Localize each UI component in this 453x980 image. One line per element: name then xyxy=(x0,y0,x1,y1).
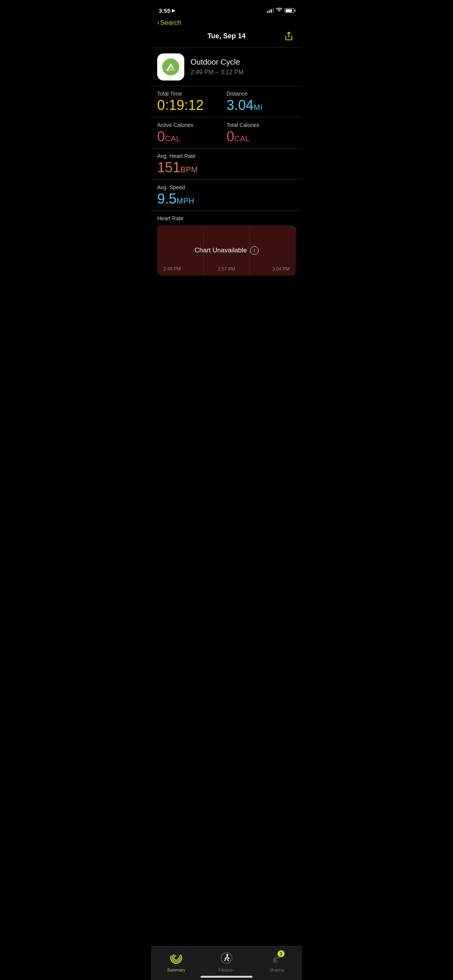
distance-value: 3.04MI xyxy=(226,98,296,112)
back-chevron-icon: ‹ xyxy=(157,19,160,27)
share-icon xyxy=(284,31,293,41)
workout-name: Outdoor Cycle xyxy=(190,58,296,67)
chart-time-label-1: 2:49 PM xyxy=(163,266,181,272)
back-button[interactable]: ‹ Search xyxy=(157,19,181,27)
nav-back: ‹ Search xyxy=(151,17,302,28)
total-cal-label: Total Calories xyxy=(226,122,296,128)
komoot-logo xyxy=(161,57,180,77)
stat-avg-heart-rate: Avg. Heart Rate 151BPM xyxy=(151,148,302,179)
heart-rate-value: 151BPM xyxy=(157,161,296,175)
heart-rate-label: Avg. Heart Rate xyxy=(157,153,296,159)
active-cal-label: Active Calories xyxy=(157,122,226,128)
page-title: Tue, Sep 14 xyxy=(171,32,282,40)
share-button[interactable] xyxy=(282,29,296,43)
workout-time-range: 2:49 PM – 3:12 PM xyxy=(190,69,296,76)
total-time-value: 0:19:12 xyxy=(157,98,226,112)
stat-total-time: Total Time 0:19:12 xyxy=(157,91,226,112)
stat-distance: Distance 3.04MI xyxy=(226,91,296,112)
battery-icon xyxy=(285,8,294,13)
chart-unavailable-message: Chart Unavailable i xyxy=(194,246,258,255)
signal-bars-icon xyxy=(267,8,274,13)
stat-total-cal: Total Calories 0CAL xyxy=(226,122,296,144)
app-icon xyxy=(157,53,184,81)
chart-section-label: Heart Rate xyxy=(157,215,296,221)
chart-info-icon[interactable]: i xyxy=(250,246,259,255)
stats-row-calories: Active Calories 0CAL Total Calories 0CAL xyxy=(151,117,302,148)
workout-info: Outdoor Cycle 2:49 PM – 3:12 PM xyxy=(190,58,296,76)
stat-active-cal: Active Calories 0CAL xyxy=(157,122,226,144)
status-time: 3:55 ▶ xyxy=(159,7,175,14)
speed-value: 9.5MPH xyxy=(157,192,296,206)
heart-rate-chart[interactable]: Chart Unavailable i 2:49 PM 2:57 PM 3:04… xyxy=(157,225,296,276)
location-icon: ▶ xyxy=(172,8,175,13)
chart-time-label-2: 2:57 PM xyxy=(218,266,235,272)
total-time-label: Total Time xyxy=(157,91,226,97)
chart-time-label-3: 3:04 PM xyxy=(272,266,290,272)
stats-row-time-distance: Total Time 0:19:12 Distance 3.04MI xyxy=(151,86,302,117)
distance-label: Distance xyxy=(226,91,296,97)
active-cal-value: 0CAL xyxy=(157,130,226,144)
back-label: Search xyxy=(160,19,181,27)
heart-rate-chart-section: Heart Rate Chart Unavailable i 2:49 PM 2… xyxy=(151,211,302,280)
chart-time-labels: 2:49 PM 2:57 PM 3:04 PM xyxy=(163,266,290,272)
stat-avg-speed: Avg. Speed 9.5MPH xyxy=(151,180,302,211)
total-cal-value: 0CAL xyxy=(226,130,296,144)
status-right xyxy=(267,8,294,14)
status-bar: 3:55 ▶ xyxy=(151,0,302,17)
page-header: Tue, Sep 14 xyxy=(151,28,302,48)
workout-card: Outdoor Cycle 2:49 PM – 3:12 PM xyxy=(151,48,302,86)
wifi-icon xyxy=(276,8,282,14)
speed-label: Avg. Speed xyxy=(157,184,296,190)
